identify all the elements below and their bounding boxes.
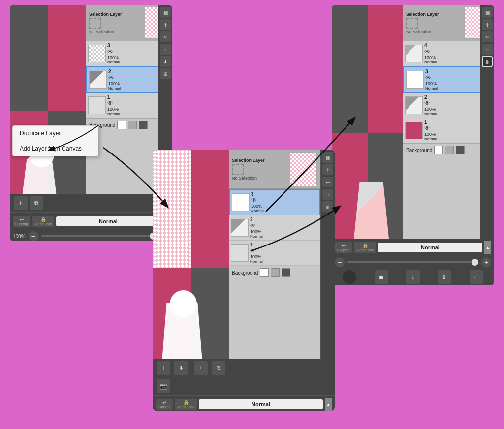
rotate-tool-left[interactable]: ↩ — [160, 31, 171, 42]
merge-btn-center[interactable]: ⬇ — [174, 361, 188, 375]
bg-swatch-white-center[interactable] — [260, 268, 269, 277]
blend-chevron-center[interactable]: ▲ — [325, 398, 332, 411]
flip-tool-right[interactable]: ↔ — [482, 44, 493, 55]
blend-mode-btn-right[interactable]: Normal — [378, 243, 482, 252]
layer-info-1-center: 1 👁 100% Normal — [250, 242, 318, 264]
layer-thumb-3-left — [88, 45, 106, 62]
selection-layer-label-right: Selection Layer — [406, 12, 439, 17]
layer-thumb-3-center — [232, 193, 250, 211]
bottom-toolbar-left: + ⧉ 📷 ↩ Clipping 🔒 Alpha Lock Normal ▲ 1… — [10, 194, 172, 241]
bg-label-right: Background — [406, 148, 432, 153]
eye-icon-2-center[interactable]: 👁 — [250, 222, 318, 229]
bg-swatch-dark-right[interactable] — [456, 146, 465, 154]
selection-layer-header-center: Selection Layer No Selection — [229, 150, 320, 189]
rotate-tool-center[interactable]: ↩ — [322, 177, 333, 187]
camera-btn-center[interactable]: 📷 — [157, 379, 170, 393]
ctx-duplicate-layer[interactable]: Duplicate Layer — [13, 126, 98, 141]
layer-pct-2-center: 100% — [250, 229, 318, 234]
opacity-slider-left[interactable] — [41, 235, 157, 237]
layer-row-1-center[interactable]: 1 👁 100% Normal — [229, 241, 320, 266]
left-arrow-right[interactable]: ← — [470, 270, 483, 284]
layer-mode-3-center: Normal — [251, 209, 317, 213]
down-arrow-right[interactable]: ↓ — [406, 270, 420, 284]
eye-icon-1-center[interactable]: 👁 — [250, 247, 318, 254]
opacity-row-left: 100% − + — [10, 230, 172, 241]
clip-row-right: ↩ Clipping 🔒 Alpha Lock Normal ▲ — [332, 239, 494, 256]
flip-tool-left[interactable]: ↔ — [160, 44, 171, 55]
layer-thumb-1-center — [231, 244, 249, 262]
bg-swatch-gray-right[interactable] — [445, 146, 454, 154]
alpha-lock-btn-left[interactable]: 🔒 Alpha Lock — [32, 216, 54, 227]
bottom-icons-right: ■ ↓ ⇓ ← — [332, 268, 494, 285]
double-down-right[interactable]: ⇓ — [438, 270, 451, 284]
opacity-slider-right[interactable] — [347, 261, 478, 263]
blend-mode-btn-center[interactable]: Normal — [199, 399, 323, 409]
opacity-minus-right[interactable]: − — [335, 257, 345, 267]
blend-mode-btn-left[interactable]: Normal — [56, 216, 160, 226]
right-canvas — [332, 5, 403, 261]
checker-tool-center[interactable]: ▦ — [322, 152, 333, 163]
square-icon-right[interactable]: ■ — [375, 270, 388, 284]
bg-swatch-gray-left[interactable] — [128, 121, 137, 129]
center-canvas — [153, 150, 229, 386]
flip-tool-center[interactable]: ↔ — [322, 189, 333, 200]
selection-thumb-center — [290, 152, 317, 186]
clipping-btn-right[interactable]: ↩ Clipping — [335, 242, 352, 253]
clipping-btn-center[interactable]: ↩ Clipping — [156, 399, 173, 410]
right-side-tools: ▦ ✛ ↩ ↔ 🗑 — [480, 5, 494, 261]
opacity-pct-left: 100% — [13, 234, 26, 239]
clip-row-center: ↩ Clipping 🔒 Alpha Lock Normal ▲ — [153, 396, 335, 411]
alpha-lock-label-right: Alpha Lock — [356, 248, 374, 252]
bg-swatch-dark-center[interactable] — [282, 268, 290, 277]
bg-swatch-white-left[interactable] — [117, 121, 126, 129]
trash-tool-right[interactable]: 🗑 — [482, 56, 493, 67]
bg-row-center: Background — [229, 266, 320, 279]
blend-chevron-right[interactable]: ▲ — [484, 241, 491, 254]
no-selection-label-left: No Selection — [89, 30, 114, 34]
layer-row-3-center[interactable]: 3 👁 100% Normal — [229, 189, 320, 215]
ctx-add-from-canvas[interactable]: Add Layer from Canvas — [13, 141, 98, 156]
color-icon-right[interactable] — [343, 270, 356, 284]
bg-swatch-white-right[interactable] — [434, 146, 443, 154]
center-panel: Selection Layer No Selection 3 👁 100% No… — [153, 150, 335, 411]
duplicate2-btn-center[interactable]: ⧉ — [212, 361, 225, 375]
move-tool-center[interactable]: ✛ — [322, 164, 333, 175]
no-selection-label-right: No Selection — [406, 30, 431, 34]
clipping-btn-left[interactable]: ↩ Clipping — [13, 216, 30, 227]
clip-row-left: ↩ Clipping 🔒 Alpha Lock Normal ▲ — [10, 213, 172, 230]
move-tool-left[interactable]: ✛ — [160, 19, 171, 30]
alpha-lock-btn-right[interactable]: 🔒 Alpha Lock — [354, 242, 376, 253]
bottom-toolbar-center: + ⬇ + ⧉ 📷 ↩ Clipping 🔒 Alpha Lock Normal… — [153, 359, 335, 411]
opacity-plus-right[interactable]: + — [481, 257, 491, 267]
move-tool-right[interactable]: ✛ — [482, 19, 493, 30]
eye-icon-3-center[interactable]: 👁 — [251, 197, 317, 204]
opacity-row-right: − + — [332, 256, 494, 268]
rotate-tool-right[interactable]: ↩ — [482, 31, 493, 42]
layer-num-3-center: 3 — [251, 191, 317, 197]
down-tool-left[interactable]: ⬇ — [160, 56, 171, 67]
alpha-lock-label-center: Alpha Lock — [177, 405, 194, 409]
bg-swatch-gray-center[interactable] — [271, 268, 280, 277]
trash-tool-center[interactable]: 🗑 — [322, 201, 333, 212]
bg-swatch-dark-left[interactable] — [139, 121, 148, 129]
center-layer-panel: Selection Layer No Selection 3 👁 100% No… — [229, 150, 320, 386]
add2-btn-center[interactable]: + — [194, 361, 208, 375]
clipping-label-left: Clipping — [15, 222, 28, 226]
bottom-toolbar-right: ↩ Clipping 🔒 Alpha Lock Normal ▲ − + ■ ↓… — [332, 239, 494, 285]
checker-tool-left[interactable]: ▦ — [160, 7, 171, 18]
clipping-label-center: Clipping — [158, 405, 170, 409]
opacity-minus-left[interactable]: − — [29, 231, 38, 241]
layer-row-2-center[interactable]: 2 👁 100% Normal — [229, 215, 320, 241]
alpha-lock-btn-center[interactable]: 🔒 Alpha Lock — [175, 399, 197, 410]
layer-thumb-2-right — [405, 96, 423, 114]
add-btn-left[interactable]: + — [14, 196, 28, 210]
checker-tool-right[interactable]: ▦ — [482, 7, 493, 18]
layer-thumb-1-right — [405, 122, 423, 139]
bg-label-center: Background — [232, 270, 258, 276]
layer-pct-3-center: 100% — [251, 204, 317, 209]
no-selection-label-center: No Selection — [232, 176, 257, 181]
add-btn-center[interactable]: + — [157, 361, 170, 375]
action-row-center: + ⬇ + ⧉ — [153, 359, 335, 377]
duplicate-btn-left[interactable]: ⧉ — [30, 196, 43, 210]
extra-tool-left[interactable]: ⊞ — [160, 68, 171, 79]
